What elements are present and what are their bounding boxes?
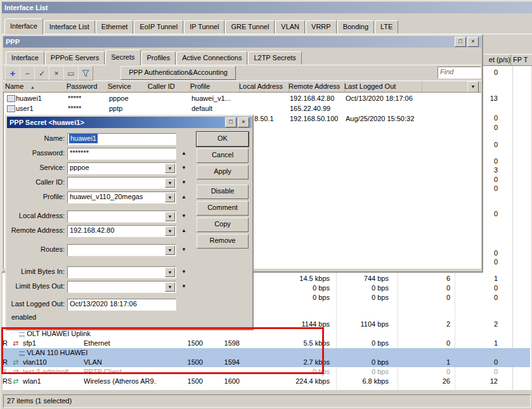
- service-field[interactable]: pppoe▼: [67, 162, 176, 174]
- service-dropdown-icon[interactable]: ▼: [165, 164, 175, 173]
- cell-password: *****: [68, 103, 81, 114]
- disable-button[interactable]: Disable: [197, 185, 249, 199]
- ppp-authentication-accounting-button[interactable]: PPP Authentication&Accounting: [120, 66, 236, 80]
- column-header-local-address[interactable]: Local Address: [237, 81, 289, 92]
- filter-button[interactable]: [78, 66, 93, 81]
- ppp-secret-icon: [7, 105, 15, 112]
- limit-bytes-in-down-arrow-icon[interactable]: ▼: [179, 266, 188, 277]
- local-address-field[interactable]: ▼: [67, 211, 176, 223]
- close-button[interactable]: ×: [467, 37, 479, 47]
- tab-interface[interactable]: Interface: [4, 18, 43, 34]
- remote-address-dropdown-icon[interactable]: ▼: [165, 226, 175, 236]
- ppp-tab-profiles[interactable]: Profiles: [141, 51, 176, 65]
- disable-icon: ×: [54, 69, 58, 78]
- routes-field[interactable]: ▼: [67, 244, 176, 256]
- ppp-titlebar[interactable]: PPP □ ×: [3, 36, 481, 48]
- ppp-secret-icon: [7, 95, 15, 102]
- dialog-body: enabled Name:huawei1Password:*******▲Ser…: [6, 116, 252, 329]
- password-up-arrow-icon[interactable]: ▲: [179, 148, 188, 159]
- ppp-secret-dialog: PPP Secret <huawei1> □ × enabled Name:hu…: [5, 115, 254, 330]
- profile-field[interactable]: huawei_v110_20megas▼: [67, 192, 176, 204]
- find-input[interactable]: Find: [438, 67, 481, 79]
- cell-rx-packet: 1: [455, 274, 498, 283]
- interface-list-titlebar[interactable]: Interface List: [2, 2, 532, 13]
- enable-button[interactable]: ✓: [34, 66, 49, 81]
- tab-bonding[interactable]: Bonding: [337, 20, 374, 34]
- last-logged-out-field[interactable]: Oct/13/2020 18:17:06: [67, 299, 176, 311]
- tab-eoip-tunnel[interactable]: EoIP Tunnel: [134, 20, 183, 34]
- profile-label: Profile:: [9, 192, 65, 202]
- local-address-dropdown-icon[interactable]: ▼: [165, 212, 175, 221]
- window-title: Interface List: [4, 4, 48, 11]
- ppp-secret-row[interactable]: huawei1*****pppoehuawei_v1...192.168.42.…: [4, 93, 480, 103]
- interface-row-wlan1[interactable]: RS⇄wlan1Wireless (Atheros AR9...15001600…: [1, 377, 530, 386]
- column-header-last-logged-out[interactable]: Last Logged Out: [342, 81, 422, 92]
- caller-id-down-arrow-icon[interactable]: ▼: [179, 177, 188, 188]
- caller-id-dropdown-icon[interactable]: ▼: [165, 178, 175, 188]
- cell-rx: 0 bps: [336, 367, 389, 377]
- profile-up-arrow-icon[interactable]: ▲: [179, 192, 188, 202]
- cell-tx-packet: 1: [405, 358, 450, 367]
- column-header-profile[interactable]: Profile: [188, 81, 240, 92]
- routes-down-arrow-icon[interactable]: ▼: [179, 244, 188, 255]
- tab-ethernet[interactable]: Ethernet: [96, 20, 134, 34]
- routes-dropdown-icon[interactable]: ▼: [165, 245, 175, 255]
- cell-rx: 0 bps: [336, 358, 389, 367]
- profile-value: huawei_v110_20megas: [70, 192, 143, 202]
- tab-interface-list[interactable]: Interface List: [44, 20, 95, 34]
- column-header-password[interactable]: Password: [65, 81, 108, 92]
- remove-button[interactable]: Remove: [197, 234, 249, 249]
- tab-vlan[interactable]: VLAN: [275, 20, 305, 34]
- column-header-name[interactable]: Name▴: [3, 81, 67, 92]
- caller-id-field[interactable]: ▼: [67, 177, 176, 189]
- interface-list-tabs: InterfaceInterface ListEthernetEoIP Tunn…: [2, 16, 532, 34]
- profile-dropdown-icon[interactable]: ▼: [165, 193, 175, 202]
- cell-type: Wireless (Atheros AR9...: [84, 377, 157, 386]
- column-header-remote-address[interactable]: Remote Address: [287, 81, 345, 92]
- cell-tx-packet: 0: [405, 367, 450, 377]
- remote-address-field[interactable]: 192.168.42.80▼: [67, 225, 176, 237]
- copy-button[interactable]: Copy: [197, 217, 249, 232]
- cell-tx: 14.5 kbps: [252, 274, 330, 283]
- ppp-tab-l2tp-secrets[interactable]: L2TP Secrets: [248, 51, 301, 65]
- limit-bytes-out-down-arrow-icon[interactable]: ▼: [179, 281, 188, 292]
- ppp-tab-interface[interactable]: Interface: [6, 51, 44, 65]
- local-address-down-arrow-icon[interactable]: ▼: [179, 211, 188, 221]
- limit-bytes-in-field[interactable]: ▼: [67, 266, 176, 278]
- tab-ip-tunnel[interactable]: IP Tunnel: [184, 20, 224, 34]
- ppp-tab-secrets[interactable]: Secrets: [105, 49, 140, 65]
- cell-l2mtu: 1600: [203, 377, 240, 386]
- remote-address-up-arrow-icon[interactable]: ▲: [179, 225, 188, 236]
- disable-button[interactable]: ×: [49, 66, 64, 81]
- enabled-status-text: enabled: [11, 313, 36, 321]
- remove-button[interactable]: −: [20, 66, 35, 81]
- tab-vrrp[interactable]: VRRP: [306, 20, 337, 34]
- cancel-button[interactable]: Cancel: [197, 148, 249, 163]
- tab-gre-tunnel[interactable]: GRE Tunnel: [225, 20, 275, 34]
- ppp-tab-active-connections[interactable]: Active Connections: [176, 51, 247, 65]
- limit-bytes-out-dropdown-icon[interactable]: ▼: [165, 282, 175, 292]
- column-header-caller-id[interactable]: Caller ID: [146, 81, 191, 92]
- column-header-fp-tx[interactable]: FP T: [511, 55, 532, 65]
- remove-icon: −: [25, 69, 29, 78]
- tab-lte[interactable]: LTE: [375, 20, 398, 34]
- cell-rx: 0 bps: [336, 293, 389, 302]
- add-button[interactable]: +: [5, 66, 20, 81]
- comment-button[interactable]: Comment: [197, 201, 249, 216]
- limit-bytes-out-field[interactable]: ▼: [67, 281, 176, 293]
- cell-service: pptp: [109, 103, 122, 114]
- column-select-button[interactable]: ▼: [467, 81, 479, 93]
- cell-name: user1: [16, 103, 34, 114]
- ppp-secret-row[interactable]: user1*****pptpdefault165.22.40.99: [4, 103, 480, 114]
- maximize-button[interactable]: □: [455, 37, 466, 47]
- column-header-service[interactable]: Service: [106, 81, 148, 92]
- apply-button[interactable]: Apply: [197, 165, 249, 179]
- name-field[interactable]: huawei1: [67, 133, 176, 145]
- ok-button[interactable]: OK: [197, 132, 249, 146]
- limit-bytes-in-dropdown-icon[interactable]: ▼: [165, 268, 175, 277]
- ppp-tab-pppoe-servers[interactable]: PPPoE Servers: [45, 51, 105, 65]
- password-field[interactable]: *******: [67, 148, 176, 160]
- service-down-arrow-icon[interactable]: ▼: [179, 162, 188, 173]
- service-value: pppoe: [70, 163, 89, 172]
- comment-button[interactable]: ▭: [63, 66, 79, 81]
